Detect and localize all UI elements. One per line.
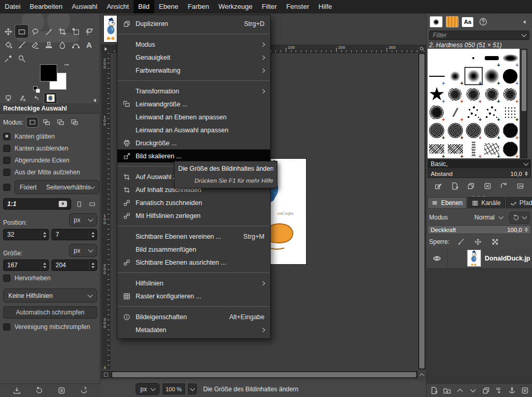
clear-icon[interactable]: × <box>59 201 67 207</box>
reset-tool-options-button[interactable] <box>78 385 89 396</box>
brush-grid-scrollbar[interactable] <box>521 49 527 158</box>
menubar-item-filter[interactable]: Filter <box>257 0 282 13</box>
tab-patterns[interactable] <box>446 16 459 28</box>
menu-item[interactable]: Farbverwaltung <box>117 64 270 77</box>
brush-filter-input[interactable]: Filter <box>429 31 529 40</box>
duplicate-brush-button[interactable] <box>466 180 477 191</box>
free-select-tool[interactable] <box>29 25 42 38</box>
menubar-item-farben[interactable]: Farben <box>183 0 214 13</box>
checkbox[interactable] <box>3 145 10 152</box>
brush-item[interactable]: + <box>428 103 446 121</box>
spinner[interactable] <box>89 260 97 270</box>
portrait-icon[interactable] <box>74 200 84 209</box>
brush-item[interactable]: + <box>483 103 501 121</box>
new-layer-button[interactable] <box>428 385 440 396</box>
menubar-item-fenster[interactable]: Fenster <box>282 0 314 13</box>
menu-item[interactable]: Metadaten <box>117 323 270 336</box>
refresh-brushes-button[interactable] <box>498 180 510 191</box>
brush-item[interactable]: + <box>464 85 483 103</box>
save-tool-preset-button[interactable] <box>11 385 22 396</box>
raise-layer-button[interactable] <box>454 385 466 396</box>
menubar-item-bearbeiten[interactable]: Bearbeiten <box>25 0 67 13</box>
new-brush-button[interactable] <box>449 180 460 191</box>
checkbox[interactable] <box>3 157 10 164</box>
highlight-checkbox[interactable] <box>3 275 10 282</box>
layer-visibility-eye-icon[interactable] <box>427 254 447 263</box>
dock-grip[interactable]: . . . <box>427 194 532 196</box>
mode-add[interactable] <box>41 117 52 127</box>
zoom-tool[interactable] <box>15 52 28 65</box>
layer-opacity-slider[interactable]: Deckkraft 100,0 <box>428 225 531 234</box>
position-y-field[interactable]: 7 <box>51 229 97 240</box>
color-picker-tool[interactable] <box>2 52 15 65</box>
menubar-item-auswahl[interactable]: Auswahl <box>67 0 102 13</box>
mode-switch-button[interactable] <box>509 212 530 224</box>
brush-spacing-slider[interactable]: Abstand 10,0 <box>428 169 531 178</box>
menubar-item-datei[interactable]: Datei <box>0 0 25 13</box>
checkbox[interactable] <box>3 169 10 176</box>
fixed-ratio-dropdown[interactable]: Fixiert Seitenverhältnis <box>15 180 99 194</box>
position-unit-dropdown[interactable]: px <box>69 213 97 226</box>
menu-item[interactable]: Raster konfigurieren ... <box>117 290 270 303</box>
delete-tool-preset-button[interactable] <box>56 385 67 396</box>
move-tool[interactable] <box>2 25 15 38</box>
clone-tool[interactable] <box>42 38 55 51</box>
fixed-checkbox[interactable] <box>3 184 10 191</box>
auto-shrink-button[interactable]: Automatisch schrumpfen <box>3 306 97 319</box>
menu-item[interactable]: Fanatisch zuschneiden <box>117 196 270 209</box>
lock-alpha-toggle[interactable] <box>489 236 501 248</box>
menu-item[interactable]: Genauigkeit <box>117 51 270 64</box>
lower-layer-button[interactable] <box>467 385 478 396</box>
rectangle-select-tool[interactable] <box>15 25 28 38</box>
position-x-field[interactable]: 32 <box>3 229 49 240</box>
duplicate-layer-button[interactable] <box>480 385 491 396</box>
brush-item[interactable]: + <box>446 85 464 103</box>
menu-item[interactable]: BildeigenschaftenAlt+Eingabe <box>117 310 270 323</box>
ratio-input[interactable]: 1:1 × <box>3 198 71 210</box>
vertical-scrollbar[interactable] <box>418 53 425 369</box>
menubar-item-bild[interactable]: Bild <box>134 0 154 13</box>
brush-item[interactable]: + <box>501 85 520 103</box>
tab-undo-history[interactable] <box>30 93 43 103</box>
menubar-item-ansicht[interactable]: Ansicht <box>102 0 134 13</box>
tab-help[interactable] <box>476 16 489 28</box>
statusbar-unit-dropdown[interactable]: px <box>136 383 159 395</box>
collapse-dock-icon[interactable] <box>92 98 98 103</box>
text-tool[interactable]: A <box>83 38 96 51</box>
tab-kanäle[interactable]: Kanäle <box>468 197 504 208</box>
tab-pointer[interactable] <box>16 93 29 103</box>
layer-link-cell[interactable] <box>447 248 467 268</box>
spinner[interactable] <box>525 227 528 232</box>
merge-layer-button[interactable] <box>493 385 504 396</box>
brush-item[interactable]: + <box>501 67 520 85</box>
restore-tool-preset-button[interactable] <box>33 385 45 396</box>
brush-item[interactable]: + <box>483 49 501 67</box>
mode-intersect[interactable] <box>69 117 80 127</box>
delete-brush-button[interactable] <box>482 180 493 191</box>
layer-mode-dropdown[interactable]: Normal <box>474 214 503 221</box>
tab-tool-options[interactable] <box>44 93 57 103</box>
size-height-field[interactable]: 204 <box>51 259 97 271</box>
quick-mask-toggle[interactable] <box>101 371 110 378</box>
foreground-color-swatch[interactable] <box>40 64 57 81</box>
menu-item[interactable]: Sichtbare Ebenen ausrichten ... <box>117 256 270 269</box>
tab-fonts[interactable]: Aa <box>462 17 473 27</box>
open-brush-as-image-button[interactable] <box>514 180 526 191</box>
brush-item[interactable]: + <box>446 121 464 140</box>
smudge-tool[interactable] <box>56 38 69 51</box>
brush-item[interactable]: + <box>446 140 464 158</box>
lock-position-toggle[interactable] <box>472 236 484 248</box>
brush-item[interactable]: + <box>483 121 501 140</box>
lock-pixels-toggle[interactable] <box>455 236 467 248</box>
brush-item[interactable]: + <box>501 103 520 121</box>
eraser-tool[interactable] <box>29 38 42 51</box>
paintbrush-tool[interactable] <box>15 38 28 51</box>
crop-tool[interactable] <box>56 25 69 38</box>
menubar-item-werkzeuge[interactable]: Werkzeuge <box>214 0 258 13</box>
swap-colors-icon[interactable] <box>63 62 70 69</box>
mode-subtract[interactable] <box>55 117 66 127</box>
spinner[interactable] <box>41 229 48 240</box>
tab-device-status[interactable] <box>2 93 15 103</box>
size-width-field[interactable]: 167 <box>3 259 49 271</box>
guides-dropdown[interactable]: Keine Hilfslinien <box>3 289 97 303</box>
